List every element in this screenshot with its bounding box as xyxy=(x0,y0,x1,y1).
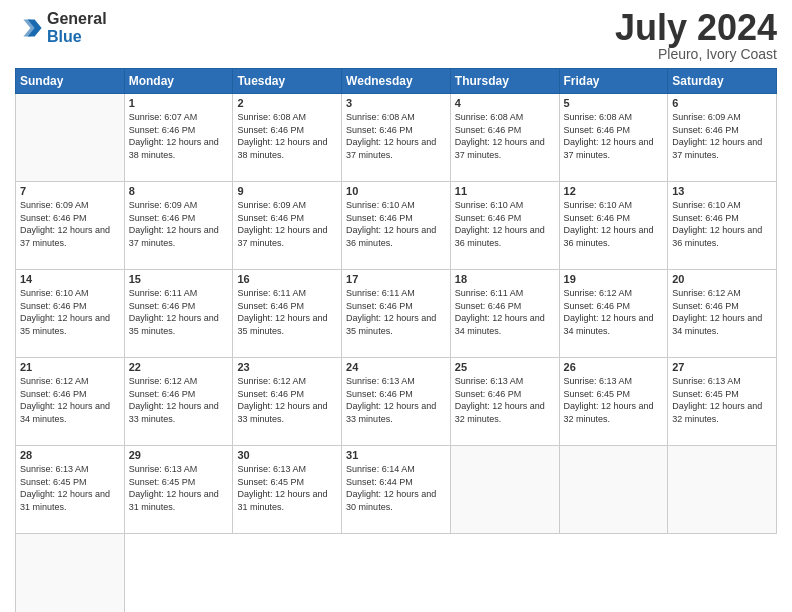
sunset-label: Sunset: 6:46 PM xyxy=(455,125,522,135)
sunrise-label: Sunrise: 6:11 AM xyxy=(346,288,415,298)
day-number: 28 xyxy=(20,449,120,461)
sunrise-label: Sunrise: 6:13 AM xyxy=(672,376,741,386)
page: General Blue July 2024 Pleuro, Ivory Coa… xyxy=(0,0,792,612)
sunset-label: Sunset: 6:45 PM xyxy=(564,389,631,399)
daylight-label: Daylight: 12 hours and 30 minutes. xyxy=(346,489,436,512)
sunset-label: Sunset: 6:46 PM xyxy=(129,213,196,223)
table-row: 10 Sunrise: 6:10 AM Sunset: 6:46 PM Dayl… xyxy=(342,182,451,270)
day-number: 21 xyxy=(20,361,120,373)
daylight-label: Daylight: 12 hours and 31 minutes. xyxy=(129,489,219,512)
table-row: 1 Sunrise: 6:07 AM Sunset: 6:46 PM Dayli… xyxy=(124,94,233,182)
daylight-label: Daylight: 12 hours and 37 minutes. xyxy=(129,225,219,248)
sunset-label: Sunset: 6:45 PM xyxy=(672,389,739,399)
sunset-label: Sunset: 6:46 PM xyxy=(237,389,304,399)
daylight-label: Daylight: 12 hours and 31 minutes. xyxy=(237,489,327,512)
calendar-row: 1 Sunrise: 6:07 AM Sunset: 6:46 PM Dayli… xyxy=(16,94,777,182)
sunset-label: Sunset: 6:44 PM xyxy=(346,477,413,487)
day-info: Sunrise: 6:09 AM Sunset: 6:46 PM Dayligh… xyxy=(672,111,772,161)
day-info: Sunrise: 6:13 AM Sunset: 6:45 PM Dayligh… xyxy=(237,463,337,513)
calendar-row xyxy=(16,534,777,613)
header-thursday: Thursday xyxy=(450,69,559,94)
table-row: 7 Sunrise: 6:09 AM Sunset: 6:46 PM Dayli… xyxy=(16,182,125,270)
sunrise-label: Sunrise: 6:11 AM xyxy=(455,288,524,298)
logo-text: General Blue xyxy=(47,10,107,45)
title-location: Pleuro, Ivory Coast xyxy=(615,46,777,62)
sunset-label: Sunset: 6:46 PM xyxy=(20,301,87,311)
table-row: 25 Sunrise: 6:13 AM Sunset: 6:46 PM Dayl… xyxy=(450,358,559,446)
daylight-label: Daylight: 12 hours and 36 minutes. xyxy=(672,225,762,248)
sunset-label: Sunset: 6:45 PM xyxy=(237,477,304,487)
sunrise-label: Sunrise: 6:09 AM xyxy=(129,200,198,210)
sunrise-label: Sunrise: 6:10 AM xyxy=(564,200,633,210)
table-row: 15 Sunrise: 6:11 AM Sunset: 6:46 PM Dayl… xyxy=(124,270,233,358)
sunset-label: Sunset: 6:45 PM xyxy=(129,477,196,487)
daylight-label: Daylight: 12 hours and 36 minutes. xyxy=(346,225,436,248)
daylight-label: Daylight: 12 hours and 32 minutes. xyxy=(564,401,654,424)
sunset-label: Sunset: 6:46 PM xyxy=(346,389,413,399)
sunrise-label: Sunrise: 6:09 AM xyxy=(20,200,89,210)
table-row: 19 Sunrise: 6:12 AM Sunset: 6:46 PM Dayl… xyxy=(559,270,668,358)
header-sunday: Sunday xyxy=(16,69,125,94)
sunrise-label: Sunrise: 6:08 AM xyxy=(346,112,415,122)
day-number: 14 xyxy=(20,273,120,285)
day-info: Sunrise: 6:08 AM Sunset: 6:46 PM Dayligh… xyxy=(455,111,555,161)
sunrise-label: Sunrise: 6:14 AM xyxy=(346,464,415,474)
day-number: 11 xyxy=(455,185,555,197)
sunrise-label: Sunrise: 6:08 AM xyxy=(564,112,633,122)
day-info: Sunrise: 6:10 AM Sunset: 6:46 PM Dayligh… xyxy=(346,199,446,249)
day-number: 30 xyxy=(237,449,337,461)
sunrise-label: Sunrise: 6:10 AM xyxy=(455,200,524,210)
day-info: Sunrise: 6:10 AM Sunset: 6:46 PM Dayligh… xyxy=(20,287,120,337)
day-info: Sunrise: 6:11 AM Sunset: 6:46 PM Dayligh… xyxy=(237,287,337,337)
sunrise-label: Sunrise: 6:12 AM xyxy=(237,376,306,386)
daylight-label: Daylight: 12 hours and 34 minutes. xyxy=(564,313,654,336)
table-row: 9 Sunrise: 6:09 AM Sunset: 6:46 PM Dayli… xyxy=(233,182,342,270)
daylight-label: Daylight: 12 hours and 36 minutes. xyxy=(455,225,545,248)
daylight-label: Daylight: 12 hours and 35 minutes. xyxy=(20,313,110,336)
table-row: 13 Sunrise: 6:10 AM Sunset: 6:46 PM Dayl… xyxy=(668,182,777,270)
sunrise-label: Sunrise: 6:13 AM xyxy=(129,464,198,474)
table-row: 21 Sunrise: 6:12 AM Sunset: 6:46 PM Dayl… xyxy=(16,358,125,446)
day-info: Sunrise: 6:12 AM Sunset: 6:46 PM Dayligh… xyxy=(20,375,120,425)
table-row: 14 Sunrise: 6:10 AM Sunset: 6:46 PM Dayl… xyxy=(16,270,125,358)
sunset-label: Sunset: 6:46 PM xyxy=(237,213,304,223)
calendar-row: 21 Sunrise: 6:12 AM Sunset: 6:46 PM Dayl… xyxy=(16,358,777,446)
sunrise-label: Sunrise: 6:08 AM xyxy=(237,112,306,122)
sunset-label: Sunset: 6:46 PM xyxy=(346,213,413,223)
sunrise-label: Sunrise: 6:08 AM xyxy=(455,112,524,122)
sunset-label: Sunset: 6:46 PM xyxy=(346,301,413,311)
sunset-label: Sunset: 6:46 PM xyxy=(455,213,522,223)
daylight-label: Daylight: 12 hours and 33 minutes. xyxy=(237,401,327,424)
day-info: Sunrise: 6:12 AM Sunset: 6:46 PM Dayligh… xyxy=(129,375,229,425)
day-number: 8 xyxy=(129,185,229,197)
sunset-label: Sunset: 6:46 PM xyxy=(129,389,196,399)
daylight-label: Daylight: 12 hours and 37 minutes. xyxy=(455,137,545,160)
sunset-label: Sunset: 6:46 PM xyxy=(564,301,631,311)
day-number: 1 xyxy=(129,97,229,109)
day-number: 2 xyxy=(237,97,337,109)
table-row: 29 Sunrise: 6:13 AM Sunset: 6:45 PM Dayl… xyxy=(124,446,233,534)
day-info: Sunrise: 6:11 AM Sunset: 6:46 PM Dayligh… xyxy=(455,287,555,337)
sunrise-label: Sunrise: 6:13 AM xyxy=(20,464,89,474)
day-info: Sunrise: 6:10 AM Sunset: 6:46 PM Dayligh… xyxy=(564,199,664,249)
table-row: 2 Sunrise: 6:08 AM Sunset: 6:46 PM Dayli… xyxy=(233,94,342,182)
day-number: 20 xyxy=(672,273,772,285)
sunrise-label: Sunrise: 6:11 AM xyxy=(129,288,198,298)
day-info: Sunrise: 6:13 AM Sunset: 6:46 PM Dayligh… xyxy=(346,375,446,425)
sunrise-label: Sunrise: 6:12 AM xyxy=(20,376,89,386)
day-number: 6 xyxy=(672,97,772,109)
day-number: 12 xyxy=(564,185,664,197)
sunset-label: Sunset: 6:46 PM xyxy=(672,213,739,223)
day-info: Sunrise: 6:13 AM Sunset: 6:45 PM Dayligh… xyxy=(20,463,120,513)
sunset-label: Sunset: 6:46 PM xyxy=(455,301,522,311)
logo-general-text: General xyxy=(47,10,107,28)
day-number: 31 xyxy=(346,449,446,461)
day-number: 9 xyxy=(237,185,337,197)
sunrise-label: Sunrise: 6:12 AM xyxy=(672,288,741,298)
table-row: 3 Sunrise: 6:08 AM Sunset: 6:46 PM Dayli… xyxy=(342,94,451,182)
sunrise-label: Sunrise: 6:12 AM xyxy=(129,376,198,386)
day-info: Sunrise: 6:11 AM Sunset: 6:46 PM Dayligh… xyxy=(129,287,229,337)
sunset-label: Sunset: 6:46 PM xyxy=(20,389,87,399)
sunset-label: Sunset: 6:45 PM xyxy=(20,477,87,487)
table-row xyxy=(16,94,125,182)
